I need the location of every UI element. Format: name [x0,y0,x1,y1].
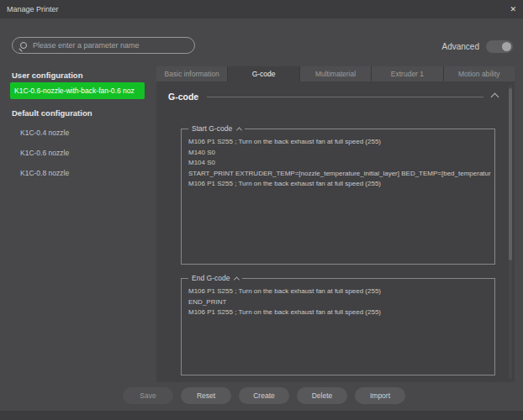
collapse-start-gcode-icon[interactable] [236,127,242,133]
toggle-knob-icon [502,42,511,51]
advanced-toggle[interactable] [486,40,513,53]
collapse-section-icon[interactable] [491,92,499,101]
import-button[interactable]: Import [355,387,405,404]
delete-button[interactable]: Delete [297,387,347,404]
window-titlebar: Manage Printer ✕ [0,0,523,18]
tab-multimaterial[interactable]: Multimaterial [300,66,371,81]
section-divider [207,97,483,97]
window-bottom-strip [0,411,523,420]
tab-extruder-1[interactable]: Extruder 1 [372,66,442,81]
gcode-panel: G-code Start G-code M106 P1 S255 ; Turn … [156,81,515,382]
start-gcode-label: Start G-code [192,124,232,133]
tab-basic-information[interactable]: Basic information [156,66,227,81]
reset-button[interactable]: Reset [181,387,231,404]
gcode-line: START_PRINT EXTRUDER_TEMP=[nozzle_temper… [188,169,488,180]
manage-printer-dialog: { "window": { "title": "Manage Printer" … [0,0,523,420]
create-button[interactable]: Create [239,387,289,404]
parameter-search[interactable] [12,37,195,54]
advanced-row: Advanced [442,40,513,53]
gcode-line: M106 P1 S255 ; Turn on the back exhaust … [188,137,488,148]
gcode-line: M104 S0 [188,158,488,169]
sidebar-item-k1c-04-nozzle[interactable]: K1C-0.4 nozzle [20,126,69,139]
start-gcode-legend: Start G-code [188,124,245,133]
footer-actions: Save Reset Create Delete Import [123,387,405,404]
gcode-line: M106 P1 S255 ; Turn on the back exhaust … [188,179,488,190]
advanced-label: Advanced [442,42,479,51]
end-gcode-editor[interactable]: M106 P1 S255 ; Turn on the back exhaust … [182,279,494,375]
start-gcode-box: Start G-code M106 P1 S255 ; Turn on the … [181,129,495,265]
gcode-line: M106 P1 S255 ; Turn on the back exhaust … [188,286,488,297]
end-gcode-label: End G-code [192,274,230,282]
gcode-line: END_PRINT [188,297,488,308]
search-icon [20,42,27,49]
gcode-section-header: G-code [168,92,498,102]
user-configuration-heading: User configuration [12,71,82,80]
panel-scrollbar-thumb[interactable] [509,88,512,260]
settings-tabs: Basic information G-code Multimaterial E… [156,66,515,81]
gcode-section-title: G-code [168,92,198,102]
close-icon[interactable]: ✕ [510,6,516,13]
search-input[interactable] [33,38,191,53]
gcode-line: M140 S0 [188,148,488,159]
tab-motion-ability[interactable]: Motion ability [444,66,515,81]
sidebar-item-k1c-06-nozzle[interactable]: K1C-0.6 nozzle [20,146,69,160]
save-button[interactable]: Save [123,387,173,404]
default-configuration-heading: Default configuration [12,108,92,118]
start-gcode-editor[interactable]: M106 P1 S255 ; Turn on the back exhaust … [182,129,494,264]
collapse-end-gcode-icon[interactable] [234,276,240,282]
window-title: Manage Printer [7,5,59,13]
end-gcode-box: End G-code M106 P1 S255 ; Turn on the ba… [181,278,495,375]
end-gcode-legend: End G-code [188,274,242,282]
sidebar-item-k1c-08-nozzle[interactable]: K1C-0.8 nozzle [20,166,69,180]
gcode-line: M106 P1 S255 ; Turn on the back exhaust … [188,307,488,318]
sidebar-item-selected-profile[interactable]: K1C-0.6-nozzle-with-back-fan-0.6 noz [10,82,145,99]
tab-g-code[interactable]: G-code [228,66,298,81]
